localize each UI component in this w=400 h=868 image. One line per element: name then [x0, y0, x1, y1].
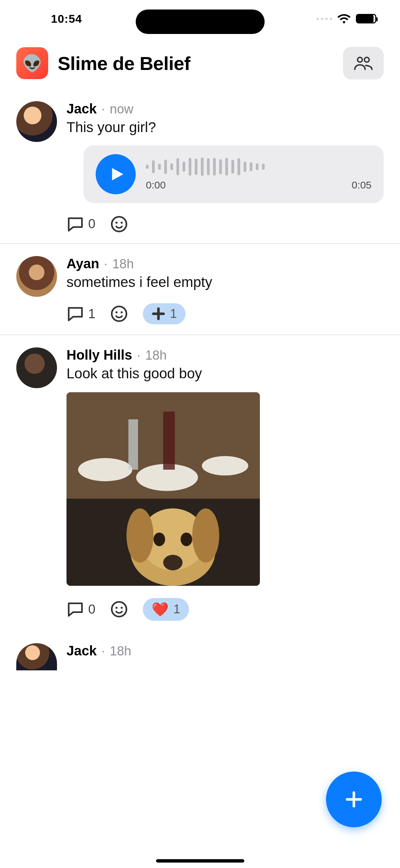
waveform[interactable]: [146, 158, 372, 176]
svg-point-10: [78, 458, 132, 481]
play-button[interactable]: [96, 154, 136, 194]
post-actions: 0: [66, 215, 384, 233]
avatar[interactable]: [16, 256, 57, 297]
post-meta: Ayan · 18h: [66, 256, 384, 271]
react-button[interactable]: [110, 215, 128, 233]
meta-separator: ·: [137, 348, 140, 363]
meta-separator: ·: [101, 644, 105, 658]
svg-point-18: [192, 508, 220, 563]
play-icon: [110, 167, 125, 182]
avatar[interactable]: [16, 101, 57, 142]
smile-icon: [110, 600, 128, 618]
svg-point-7: [121, 311, 123, 313]
status-bar: 10:54: [0, 0, 400, 37]
post[interactable]: Jack · now This your girl? 0:00 0:05: [0, 89, 400, 244]
compose-fab[interactable]: [326, 772, 382, 827]
comment-count: 0: [88, 217, 95, 231]
group-header: 👽 Slime de Belief: [0, 37, 400, 89]
post-time: 18h: [145, 348, 167, 363]
wifi-icon: [337, 13, 351, 25]
comment-button[interactable]: 0: [66, 600, 95, 618]
status-time: 10:54: [51, 12, 82, 25]
svg-point-21: [163, 555, 183, 570]
group-avatar[interactable]: 👽: [16, 47, 48, 79]
avatar[interactable]: [16, 347, 57, 388]
svg-rect-13: [128, 419, 138, 469]
svg-point-23: [116, 607, 118, 609]
post-image[interactable]: [66, 392, 260, 586]
status-right: [317, 13, 376, 25]
svg-point-6: [116, 311, 118, 313]
smile-icon: [110, 215, 128, 233]
smile-icon: [110, 305, 128, 323]
post-actions: 0 ❤️ 1: [66, 598, 384, 621]
svg-point-17: [127, 508, 154, 563]
post-time: 18h: [112, 257, 134, 271]
svg-point-24: [121, 607, 123, 609]
post[interactable]: Holly Hills · 18h Look at this good boy: [0, 335, 400, 631]
reaction-count: 1: [170, 307, 177, 321]
post-time: now: [110, 102, 134, 116]
comment-button[interactable]: 1: [66, 305, 95, 323]
svg-rect-14: [163, 412, 175, 470]
dynamic-island: [136, 10, 265, 34]
reaction-pill-heart[interactable]: ❤️ 1: [143, 598, 189, 621]
svg-point-12: [202, 456, 248, 475]
svg-point-3: [116, 221, 118, 223]
post-author[interactable]: Jack: [66, 643, 97, 658]
svg-point-1: [364, 57, 369, 62]
post-text: sometimes i feel empty: [66, 273, 384, 291]
comment-count: 0: [88, 602, 95, 617]
group-avatar-emoji: 👽: [22, 54, 42, 73]
svg-point-4: [121, 221, 123, 223]
cell-signal-dots: [317, 18, 332, 20]
post-meta: Holly Hills · 18h: [66, 347, 384, 363]
svg-point-5: [112, 306, 126, 321]
meta-separator: ·: [101, 102, 105, 116]
comment-icon: [66, 305, 84, 323]
svg-point-19: [154, 532, 165, 546]
post[interactable]: Jack · 18h: [0, 631, 400, 670]
comment-icon: [66, 600, 84, 618]
feed[interactable]: Jack · now This your girl? 0:00 0:05: [0, 89, 400, 670]
svg-point-0: [358, 57, 362, 62]
svg-point-22: [112, 602, 126, 616]
post-text: Look at this good boy: [66, 365, 384, 383]
post-time: 18h: [110, 644, 131, 658]
post-meta: Jack · now: [66, 101, 384, 116]
people-icon: [354, 56, 373, 70]
battery-icon: [356, 14, 376, 23]
members-button[interactable]: [343, 47, 384, 79]
plus-icon: [152, 307, 165, 321]
react-button[interactable]: [110, 305, 128, 323]
post-text: This your girl?: [66, 119, 384, 137]
post-author[interactable]: Ayan: [66, 256, 99, 271]
comment-button[interactable]: 0: [66, 215, 95, 233]
home-indicator[interactable]: [156, 859, 244, 863]
post-author[interactable]: Jack: [66, 101, 97, 116]
react-button[interactable]: [110, 600, 128, 618]
reaction-count: 1: [173, 602, 180, 616]
post[interactable]: Ayan · 18h sometimes i feel empty 1 1: [0, 244, 400, 336]
post-actions: 1 1: [66, 303, 384, 324]
svg-point-2: [112, 217, 126, 231]
voice-current-time: 0:00: [146, 179, 166, 191]
voice-duration: 0:05: [352, 179, 372, 191]
svg-point-20: [180, 532, 192, 546]
post-meta: Jack · 18h: [66, 643, 384, 658]
reaction-pill-plus[interactable]: 1: [143, 303, 186, 324]
plus-icon: [344, 789, 364, 810]
post-author[interactable]: Holly Hills: [66, 347, 132, 363]
heart-icon: ❤️: [152, 601, 169, 617]
dog-photo-placeholder: [66, 392, 260, 586]
avatar[interactable]: [16, 643, 57, 670]
meta-separator: ·: [104, 257, 108, 271]
comment-count: 1: [88, 307, 95, 321]
comment-icon: [66, 215, 84, 233]
voice-note[interactable]: 0:00 0:05: [83, 145, 384, 203]
group-title: Slime de Belief: [58, 52, 334, 74]
